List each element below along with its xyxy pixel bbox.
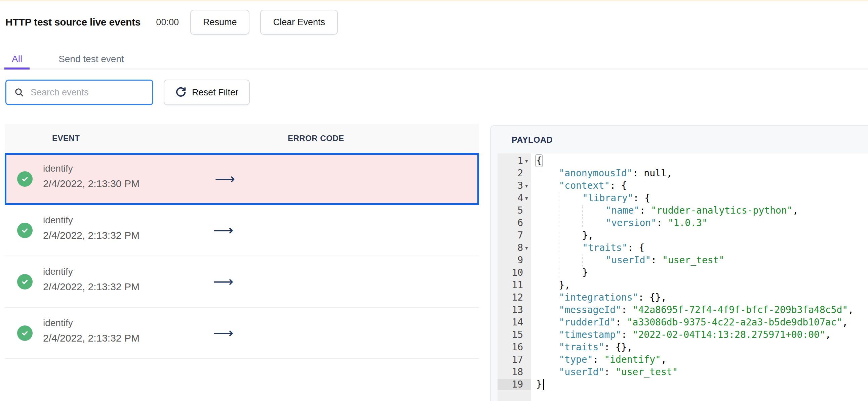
code-line[interactable]: 13 "messageId": "42a8695f-72f4-4f9f-bfcf…: [498, 304, 868, 316]
event-type: identify: [43, 266, 73, 277]
code-text: "rudderId": "a33086db-9375-4c22-a2a3-b5d…: [531, 317, 848, 328]
table-header: EVENT ERROR CODE: [5, 124, 479, 153]
indent-guide: [582, 255, 606, 266]
code-text: "context": {: [531, 180, 627, 191]
code-line[interactable]: 14 "rudderId": "a33086db-9375-4c22-a2a3-…: [498, 316, 868, 329]
clear-events-button[interactable]: Clear Events: [260, 10, 338, 35]
resume-button[interactable]: Resume: [190, 10, 250, 35]
payload-panel-title: PAYLOAD: [512, 135, 553, 145]
line-number: 2: [498, 168, 531, 179]
code-text: "userId": "user_test": [531, 255, 724, 266]
live-events-timer: 00:00: [156, 17, 179, 28]
code-text: "traits": {},: [531, 341, 633, 353]
code-line[interactable]: 18 "userId": "user_test": [498, 366, 868, 378]
indent-guide: [559, 205, 582, 216]
event-row[interactable]: identify2/4/2022, 2:13:32 PM⟶: [5, 308, 479, 359]
indent-guide: [559, 230, 582, 241]
code-text: },: [531, 279, 570, 291]
reset-filter-button[interactable]: Reset Filter: [164, 79, 250, 105]
reset-filter-label: Reset Filter: [192, 87, 238, 98]
code-text: "timestamp": "2022-02-04T14:13:28.275971…: [531, 329, 831, 340]
tab-send-test-event[interactable]: Send test event: [51, 50, 131, 68]
code-line[interactable]: 4▾ "library": {: [498, 192, 868, 204]
code-line[interactable]: 8▾ "traits": {: [498, 241, 868, 254]
code-line[interactable]: 3▾ "context": {: [498, 179, 868, 192]
payload-panel: PAYLOAD 1▾{2 "anonymousId": null,3▾ "con…: [490, 125, 868, 401]
fold-arrow-icon[interactable]: ▾: [525, 195, 528, 201]
success-check-icon: [17, 326, 33, 341]
success-check-icon: [17, 171, 33, 187]
code-line[interactable]: 11 },: [498, 279, 868, 291]
view-payload-arrow-icon[interactable]: ⟶: [215, 172, 235, 186]
indent-guide: [559, 217, 582, 228]
indent-guide: [559, 255, 582, 266]
code-line[interactable]: 9 "userId": "user_test": [498, 254, 868, 266]
line-number: 1▾: [498, 155, 531, 166]
view-payload-arrow-icon[interactable]: ⟶: [213, 223, 233, 237]
code-line[interactable]: 16 "traits": {},: [498, 341, 868, 353]
search-events-box[interactable]: [5, 79, 153, 105]
code-lines: 1▾{2 "anonymousId": null,3▾ "context": {…: [498, 155, 868, 391]
text-cursor: [543, 379, 544, 390]
page-header: HTTP test source live events 00:00 Resum…: [5, 9, 338, 36]
event-row[interactable]: identify2/4/2022, 2:13:30 PM⟶: [5, 153, 479, 205]
tab-bar: AllSend test event: [0, 50, 868, 69]
code-text: "type": "identify",: [531, 354, 666, 365]
event-row[interactable]: identify2/4/2022, 2:13:32 PM⟶: [5, 256, 479, 308]
line-number: 8▾: [498, 242, 531, 253]
code-text: "userId": "user_test": [531, 366, 678, 377]
event-timestamp: 2/4/2022, 2:13:30 PM: [43, 178, 140, 190]
line-number: 11: [498, 279, 531, 291]
search-input[interactable]: [30, 87, 146, 98]
code-line[interactable]: 7 },: [498, 229, 868, 241]
line-number: 13: [498, 304, 531, 315]
fold-arrow-icon[interactable]: ▾: [525, 158, 528, 164]
line-number: 19: [498, 379, 531, 390]
code-text: }: [531, 267, 588, 278]
indent-guide: [559, 242, 582, 253]
view-payload-arrow-icon[interactable]: ⟶: [213, 326, 233, 340]
json-payload-editor[interactable]: 1▾{2 "anonymousId": null,3▾ "context": {…: [498, 154, 868, 401]
line-number: 18: [498, 366, 531, 377]
indent-guide: [582, 205, 606, 216]
line-number: 3▾: [498, 180, 531, 191]
line-number: 6: [498, 217, 531, 228]
code-text: "name": "rudder-analytics-python",: [531, 205, 798, 216]
code-line[interactable]: 19}: [498, 378, 868, 391]
view-payload-arrow-icon[interactable]: ⟶: [213, 275, 233, 289]
event-type: identify: [43, 163, 73, 174]
event-timestamp: 2/4/2022, 2:13:32 PM: [43, 230, 140, 241]
search-icon: [14, 87, 25, 98]
line-number: 7: [498, 230, 531, 241]
top-accent-strip: [0, 0, 868, 1]
code-text: "version": "1.0.3": [531, 217, 708, 228]
code-line[interactable]: 15 "timestamp": "2022-02-04T14:13:28.275…: [498, 329, 868, 341]
code-line[interactable]: 17 "type": "identify",: [498, 353, 868, 366]
line-number: 15: [498, 329, 531, 340]
code-line[interactable]: 10 }: [498, 266, 868, 279]
code-line[interactable]: 12 "integrations": {},: [498, 291, 868, 304]
code-text: "library": {: [531, 193, 650, 203]
code-line[interactable]: 6 "version": "1.0.3": [498, 216, 868, 229]
fold-arrow-icon[interactable]: ▾: [525, 182, 528, 189]
code-line[interactable]: 5 "name": "rudder-analytics-python",: [498, 204, 868, 216]
column-header-event: EVENT: [52, 124, 80, 153]
success-check-icon: [17, 274, 33, 290]
code-line[interactable]: 2 "anonymousId": null,: [498, 167, 868, 179]
line-number: 9: [498, 255, 531, 266]
code-text: }: [531, 378, 544, 390]
code-line[interactable]: 1▾{: [498, 155, 868, 167]
page-title: HTTP test source live events: [5, 16, 141, 28]
line-number: 17: [498, 354, 531, 365]
filter-controls: Reset Filter: [5, 79, 250, 105]
fold-arrow-icon[interactable]: ▾: [525, 244, 528, 251]
refresh-icon: [175, 87, 187, 98]
tab-all[interactable]: All: [4, 50, 30, 68]
live-events-table: EVENT ERROR CODE identify2/4/2022, 2:13:…: [5, 124, 479, 359]
event-timestamp: 2/4/2022, 2:13:32 PM: [43, 281, 140, 293]
event-row[interactable]: identify2/4/2022, 2:13:32 PM⟶: [5, 205, 479, 256]
line-number: 14: [498, 317, 531, 328]
indent-guide: [582, 217, 606, 228]
event-rows: identify2/4/2022, 2:13:30 PM⟶identify2/4…: [5, 153, 479, 359]
line-number: 5: [498, 205, 531, 216]
